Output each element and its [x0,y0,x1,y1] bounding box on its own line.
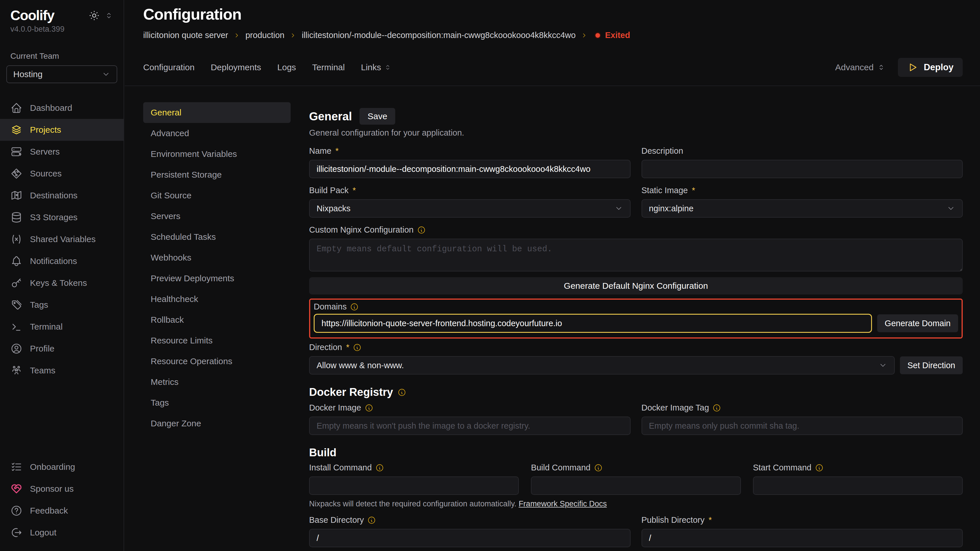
tab-terminal[interactable]: Terminal [312,62,345,72]
subnav-item-advanced[interactable]: Advanced [143,123,291,144]
sidebar-item-terminal[interactable]: Terminal [0,316,124,338]
set-direction-button[interactable]: Set Direction [900,356,963,374]
save-button[interactable]: Save [360,108,395,125]
docker-image-tag-input[interactable] [641,416,963,435]
subnav-item-metrics[interactable]: Metrics [143,372,291,392]
publish-directory-input[interactable] [641,529,963,547]
heart-handshake-icon [10,483,22,495]
subnav-item-resource-operations[interactable]: Resource Operations [143,351,291,372]
subnav-item-servers[interactable]: Servers [143,206,291,227]
required-marker: * [353,186,356,195]
sidebar-item-feedback[interactable]: Feedback [0,500,124,522]
info-icon [365,403,373,412]
app-logo[interactable]: Coolify [10,8,54,24]
tab-deployments[interactable]: Deployments [211,62,261,72]
sidebar-item-shared-variables[interactable]: Shared Variables [0,228,124,250]
sidebar-item-notifications[interactable]: Notifications [0,250,124,272]
team-select[interactable]: Hosting [6,65,117,83]
subnav-item-healthcheck[interactable]: Healthcheck [143,289,291,310]
sidebar-item-label: Terminal [30,322,62,332]
sidebar-item-label: Notifications [30,256,77,266]
advanced-menu-button[interactable]: Advanced [835,62,885,72]
docker-image-tag-label: Docker Image Tag [641,403,963,413]
deploy-button[interactable]: Deploy [898,58,963,77]
version-selector-icon[interactable] [105,11,113,20]
key-icon [10,277,22,289]
section-heading-docker-registry: Docker Registry [309,386,963,399]
tab-configuration[interactable]: Configuration [143,62,194,72]
subnav-item-persistent-storage[interactable]: Persistent Storage [143,164,291,185]
sidebar-item-s3-storages[interactable]: S3 Storages [0,206,124,228]
theme-toggle-sun-icon[interactable] [88,10,100,21]
static-image-select[interactable]: nginx:alpine [641,199,963,218]
current-team-label: Current Team [0,52,124,61]
page-title: Configuration [143,5,963,23]
sidebar-item-servers[interactable]: Servers [0,141,124,163]
sidebar-item-onboarding[interactable]: Onboarding [0,456,124,478]
chevron-down-icon [878,361,887,370]
sidebar-item-label: Projects [30,125,61,135]
tab-logs[interactable]: Logs [277,62,296,72]
sidebar-item-logout[interactable]: Logout [0,522,124,543]
domains-highlight-box: Domains Generate Domain [309,299,963,338]
git-source-icon [10,168,22,179]
build-pack-label: Build Pack* [309,186,631,195]
tab-links[interactable]: Links [361,62,391,72]
build-pack-select[interactable]: Nixpacks [309,199,631,218]
subnav-item-webhooks[interactable]: Webhooks [143,247,291,268]
subnav-item-tags[interactable]: Tags [143,392,291,413]
sidebar-item-profile[interactable]: Profile [0,338,124,360]
sidebar-item-teams[interactable]: Teams [0,360,124,381]
sidebar-item-label: Shared Variables [30,234,95,244]
generate-domain-button[interactable]: Generate Domain [877,314,958,332]
info-icon [398,388,406,397]
direction-select[interactable]: Allow www & non-www. [309,356,895,375]
subnav-item-git-source[interactable]: Git Source [143,185,291,206]
breadcrumb-environment[interactable]: production [245,30,284,40]
sidebar-item-sources[interactable]: Sources [0,163,124,184]
install-command-input[interactable] [309,476,519,495]
sidebar-item-tags[interactable]: Tags [0,294,124,316]
direction-label: Direction* [309,343,963,352]
sidebar-item-destinations[interactable]: Destinations [0,184,124,206]
sidebar-item-sponsor-us[interactable]: Sponsor us [0,478,124,500]
breadcrumb-application[interactable]: illicitestonion/-module--decomposition:m… [302,30,576,40]
subnav-item-scheduled-tasks[interactable]: Scheduled Tasks [143,227,291,247]
subnav-item-preview-deployments[interactable]: Preview Deployments [143,268,291,289]
required-marker: * [346,343,349,352]
domains-input[interactable] [314,314,872,333]
chevron-up-down-icon [384,64,391,71]
build-command-input[interactable] [531,476,741,495]
subnav-item-danger-zone[interactable]: Danger Zone [143,413,291,434]
info-icon [353,343,361,352]
start-command-input[interactable] [753,476,963,495]
base-directory-input[interactable] [309,529,631,547]
framework-docs-link[interactable]: Framework Specific Docs [519,499,607,508]
chevron-right-icon [581,32,588,39]
docker-image-input[interactable] [309,416,631,435]
sidebar-item-label: Tags [30,300,48,310]
sidebar-footer-nav: Onboarding Sponsor us Feedback Logout [0,456,124,543]
main-area: Configuration illicitonion quote server … [125,0,980,551]
description-label: Description [641,146,963,156]
static-image-label: Static Image* [641,186,963,195]
sidebar-nav: Dashboard Projects Servers Sources Desti… [0,97,124,381]
nginx-config-textarea[interactable] [309,239,963,272]
breadcrumb-project[interactable]: illicitonion quote server [143,30,228,40]
subnav-item-environment-variables[interactable]: Environment Variables [143,144,291,164]
subnav-item-rollback[interactable]: Rollback [143,310,291,330]
chevron-down-icon [947,204,955,213]
sidebar: Coolify v4.0.0-beta.399 Current Team Hos… [0,0,124,551]
subnav-item-resource-limits[interactable]: Resource Limits [143,330,291,351]
name-input[interactable] [309,160,631,178]
sidebar-item-dashboard[interactable]: Dashboard [0,97,124,119]
description-input[interactable] [641,160,963,178]
general-settings-form: General Save General configuration for y… [309,102,963,547]
generate-nginx-config-button[interactable]: Generate Default Nginx Configuration [309,277,963,294]
chevron-right-icon [233,32,240,39]
subnav-item-general[interactable]: General [143,102,291,123]
variables-icon [10,233,22,245]
sidebar-item-keys-tokens[interactable]: Keys & Tokens [0,272,124,294]
user-circle-icon [10,343,22,355]
sidebar-item-projects[interactable]: Projects [0,119,124,141]
